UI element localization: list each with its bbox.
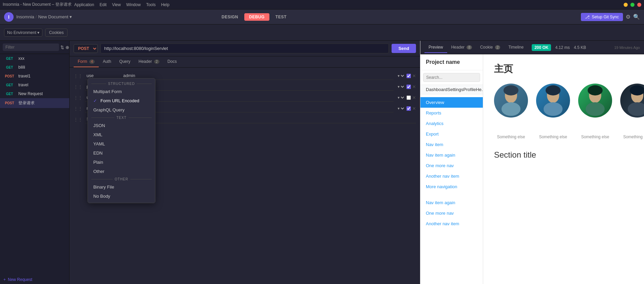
- type-select[interactable]: ▾: [396, 84, 405, 89]
- tab-header[interactable]: Header 2: [134, 56, 163, 67]
- settings-icon[interactable]: ⚙: [626, 14, 630, 20]
- json-option[interactable]: JSON: [88, 121, 155, 130]
- drag-handle-icon[interactable]: ⋮⋮: [74, 84, 82, 89]
- value-input[interactable]: [122, 104, 394, 112]
- drag-handle-icon[interactable]: ⋮⋮: [74, 117, 82, 122]
- sidebar-item-xxx[interactable]: GET xxx: [0, 54, 69, 63]
- row-enabled-checkbox[interactable]: [406, 74, 411, 78]
- minimize-button[interactable]: [624, 3, 628, 7]
- sidebar-item-travel[interactable]: GET travel: [0, 81, 69, 89]
- value-input[interactable]: [122, 93, 394, 102]
- menu-tools[interactable]: Tools: [146, 2, 156, 7]
- avatar-image-1: [494, 84, 528, 118]
- delete-row-icon[interactable]: ✕: [412, 95, 416, 100]
- nav-item-again-2[interactable]: Nav item again: [420, 197, 483, 208]
- method-badge-get: GET: [3, 56, 16, 61]
- sidebar-item-login[interactable]: POST 登录请求: [0, 98, 69, 108]
- maximize-button[interactable]: [630, 3, 634, 7]
- menu-application[interactable]: Application: [74, 2, 94, 7]
- drag-handle-icon[interactable]: ⋮⋮: [74, 106, 82, 111]
- nav-more-navigation[interactable]: More navigation: [420, 181, 483, 192]
- tab-cookie[interactable]: Cookie 2: [476, 42, 504, 53]
- nav-settings[interactable]: Settings: [448, 87, 463, 92]
- row-enabled-checkbox[interactable]: [406, 85, 411, 89]
- sidebar-item-bilili[interactable]: GET bilili: [0, 63, 69, 72]
- binary-file-option[interactable]: Binary File: [88, 182, 155, 192]
- drag-handle-icon[interactable]: ⋮⋮: [74, 95, 82, 100]
- delete-row-icon[interactable]: ✕: [412, 73, 416, 78]
- other-text-option[interactable]: Other: [88, 167, 155, 176]
- preview-search-input[interactable]: [423, 73, 480, 82]
- xml-option[interactable]: XML: [88, 130, 155, 139]
- setup-git-sync-button[interactable]: ⎇ Setup Git Sync: [581, 13, 623, 21]
- value-input[interactable]: [122, 72, 394, 80]
- nav-one-more-2[interactable]: One more nav: [420, 208, 483, 218]
- drag-handle-icon[interactable]: ⋮⋮: [74, 73, 82, 78]
- nav-another-2[interactable]: Another nav item: [420, 218, 483, 229]
- sidebar-filter-input[interactable]: [3, 43, 59, 51]
- nav-item[interactable]: Nav item: [420, 139, 483, 150]
- send-button[interactable]: Send: [392, 44, 416, 53]
- multipart-form-option[interactable]: Multipart Form: [88, 87, 155, 96]
- tab-timeline[interactable]: Timeline: [504, 42, 528, 53]
- tab-design[interactable]: DESIGN: [217, 13, 243, 21]
- nav-profile[interactable]: Profile: [463, 87, 476, 92]
- nav-dashboard[interactable]: Dashboard: [426, 87, 448, 92]
- no-body-option[interactable]: No Body: [88, 192, 155, 201]
- nav-top-bar: Dashboard Settings Profile He...: [420, 85, 483, 94]
- sidebar-item-new-request[interactable]: GET New Request: [0, 89, 69, 98]
- type-select[interactable]: ▾: [396, 106, 405, 111]
- nav-more[interactable]: He...: [476, 87, 483, 92]
- plain-option[interactable]: Plain: [88, 158, 155, 167]
- type-select[interactable]: ▾: [396, 95, 405, 100]
- graphql-query-option[interactable]: GraphQL Query: [88, 105, 155, 114]
- avatar-sub-4: Something else: [623, 135, 644, 139]
- tab-form[interactable]: Form 4: [74, 56, 99, 67]
- tab-response-header[interactable]: Header 8: [447, 42, 476, 53]
- method-select[interactable]: POST: [74, 44, 98, 53]
- value-input[interactable]: [122, 83, 394, 91]
- nav-one-more[interactable]: One more nav: [420, 160, 483, 171]
- tab-debug[interactable]: DEBUG: [244, 13, 269, 21]
- row-enabled-checkbox[interactable]: [406, 95, 411, 100]
- nav-item-again[interactable]: Nav item again: [420, 150, 483, 160]
- new-request-button[interactable]: + New Request: [0, 275, 69, 284]
- tab-preview[interactable]: Preview: [424, 42, 447, 53]
- main-layout: ⇅ ⊕ GET xxx GET bilili POST travel1 GET …: [0, 41, 644, 284]
- topnav-right: ⎇ Setup Git Sync ⚙ 🔍: [581, 13, 640, 21]
- tab-query[interactable]: Query: [115, 56, 135, 67]
- yaml-option[interactable]: YAML: [88, 139, 155, 148]
- nav-analytics[interactable]: Analytics: [420, 118, 483, 129]
- nav-export[interactable]: Export: [420, 129, 483, 139]
- avatar-row: 登 Something else 录 Something else: [494, 84, 633, 139]
- environment-select[interactable]: No Environment ▾: [4, 29, 42, 37]
- nav-another[interactable]: Another nav item: [420, 171, 483, 181]
- row-enabled-checkbox[interactable]: [406, 106, 411, 111]
- breadcrumb-current[interactable]: New Document: [38, 14, 68, 19]
- cookies-button[interactable]: Cookies: [45, 29, 67, 37]
- delete-row-icon[interactable]: ✕: [412, 106, 416, 111]
- menu-window[interactable]: Window: [126, 2, 141, 7]
- response-time-ago: 19 Minutes Ago: [614, 46, 640, 50]
- delete-row-icon[interactable]: ✕: [412, 84, 416, 89]
- breadcrumb-chevron-icon: ▾: [70, 14, 72, 19]
- nav-overview[interactable]: Overview: [420, 97, 483, 108]
- menu-help[interactable]: Help: [161, 2, 170, 7]
- breadcrumb-root[interactable]: Insomnia: [16, 14, 34, 19]
- form-url-encoded-option[interactable]: ✓ Form URL Encoded: [88, 96, 155, 105]
- edn-option[interactable]: EDN: [88, 148, 155, 158]
- close-button[interactable]: [637, 3, 641, 7]
- url-input[interactable]: [100, 43, 389, 53]
- nav-reports[interactable]: Reports: [420, 108, 483, 118]
- menu-edit[interactable]: Edit: [99, 2, 107, 7]
- sidebar-item-travel1[interactable]: POST travel1: [0, 72, 69, 81]
- type-select[interactable]: ▾: [396, 73, 405, 78]
- add-icon[interactable]: ⊕: [65, 45, 69, 50]
- tab-test[interactable]: TEST: [271, 13, 291, 21]
- menu-view[interactable]: View: [112, 2, 121, 7]
- sort-icon[interactable]: ⇅: [60, 45, 64, 50]
- search-icon[interactable]: 🔍: [633, 14, 640, 20]
- value-input[interactable]: [122, 115, 416, 123]
- tab-docs[interactable]: Docs: [164, 56, 181, 67]
- tab-auth[interactable]: Auth: [99, 56, 115, 67]
